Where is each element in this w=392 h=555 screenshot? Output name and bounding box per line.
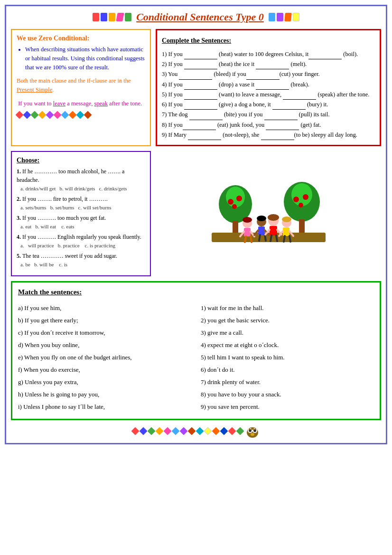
choose-box: Choose: 1. If he ………… too much alcohol, … [11,151,151,276]
choose-item-2: 2. If you …….. fire to petrol, it ………. a… [17,195,145,212]
match-right-item: 2) you get the basic service. [201,314,374,327]
choose-item-4: 4. If you ………. English regularly you spe… [17,233,145,250]
match-box: Match the sentences: a) If you see him, … [11,281,381,420]
book-icon [277,13,283,21]
diamond-icon [31,111,39,119]
svg-point-26 [257,216,266,221]
book-icon [293,13,299,21]
footer-diamond [140,427,148,435]
complete-sentences-box: Complete the Sentences: 1) If you (heat)… [156,29,381,146]
info-list: When describing situations which have au… [25,45,145,72]
match-left-item: i) Unless I phone to say I´ll be late, [18,401,191,413]
footer-diamond [156,427,164,435]
footer-diamond [236,427,244,435]
footer-diamond [148,427,156,435]
svg-line-18 [251,236,252,242]
book-icon [93,13,99,21]
match-left-item: c) If you don´t receive it tomorrow, [18,327,191,339]
example-sentence: If you want to leave a message, speak af… [17,99,145,108]
choose-options-4: a. will practice b. practice c. is pract… [20,243,115,248]
svg-point-19 [243,217,252,223]
diamond-icon [69,111,77,119]
choose-item-3: 3. If you ………. too much you get fat. a. … [17,214,145,231]
svg-line-32 [276,235,277,241]
footer [11,424,381,438]
svg-line-31 [271,235,271,241]
complete-sentences-title: Complete the Sentences: [162,35,375,47]
svg-point-9 [293,197,299,202]
diamond-icon [23,111,31,119]
page-title: Conditional Sentences Type 0 [136,11,264,23]
match-right-column: 1) wait for me in the hall. 2) you get t… [201,302,374,413]
footer-diamond [204,427,212,435]
sentence-9: 9) If Mary (not-sleep), she (to be) slee… [162,130,375,140]
svg-rect-1 [233,221,238,233]
diamond-icon [54,111,62,119]
footer-diamond [228,427,236,435]
footer-diamond [172,427,180,435]
match-left-column: a) If you see him, b) If you get there e… [18,302,191,413]
svg-line-24 [259,235,260,241]
book-icon [125,13,131,21]
book-icons-right [269,13,299,21]
choose-options-2: a. sets/burns b. set/burns c. will set/b… [20,205,112,210]
title-row: Conditional Sentences Type 0 [11,11,381,23]
sentence-3: 3) You (bleed) if you(cut) your finger. [162,69,375,79]
choose-options-1: a. drinks/will get b. will drink/gets c.… [20,186,127,191]
svg-point-3 [228,199,233,205]
match-right-item: 1) wait for me in the hall. [201,302,374,314]
book-icon [116,13,124,21]
diamond-icon [76,111,84,119]
svg-point-5 [232,204,237,209]
footer-diamond [131,427,140,435]
top-row: We use Zero Conditional: When describing… [11,29,381,146]
diamond-icon [46,111,54,119]
diamond-icon [84,111,92,119]
kids-illustration [212,166,326,261]
svg-point-4 [236,196,242,201]
choose-options-5: a. be b. will be c. is [20,262,67,267]
svg-line-17 [245,236,246,242]
book-icon [269,13,275,21]
match-title: Match the sentences: [18,288,374,296]
info-box: We use Zero Conditional: When describing… [11,29,151,146]
match-right-item: 7) drink plenty of water. [201,376,374,388]
choose-item-1: 1. If he ………… too much alcohol, he ……. a… [17,167,145,193]
svg-rect-14 [244,228,251,236]
example-text: If you want to leave a message, speak af… [17,100,142,107]
sentence-6: 6) If you (give) a dog a bone, it (bury)… [162,100,375,110]
footer-diamond [188,427,196,435]
footer-diamond [180,427,188,435]
footer-diamond [196,427,204,435]
image-area [156,151,381,276]
sentence-8: 8) If you (eat) junk food, you (get) fat… [162,120,375,130]
match-right-item: 6) don´t do it. [201,364,374,376]
svg-point-33 [268,214,279,221]
page-wrapper: Conditional Sentences Type 0 We use Zero… [5,5,387,444]
match-right-item: 9) you save ten percent. [201,401,374,413]
svg-point-2 [226,187,245,207]
footer-diamond [220,427,228,435]
footer-diamond [164,427,172,435]
match-left-item: e) When you fly on one of the budget air… [18,351,191,364]
match-left-item: d) When you buy online, [18,339,191,351]
svg-line-39 [289,236,290,242]
match-left-item: a) If you see him, [18,302,191,314]
match-right-item: 4) expect me at eight o o´clock. [201,339,374,351]
sentence-4: 4) If you (drop) a vase it (break). [162,80,375,90]
diamond-icon [16,111,24,119]
svg-point-8 [291,183,312,206]
sentence-7: 7) The dog (bite) you if you (pull) its … [162,110,375,120]
match-left-item: f) When you do exercise, [18,364,191,376]
book-icons-left [93,13,131,21]
clause-note-text: Both the main clause and the if-clause a… [17,77,131,93]
match-left-item: g) Unless you pay extra, [18,376,191,388]
sentence-2: 2) If you (heat) the ice it (melt). [162,59,375,69]
book-icon [109,13,115,21]
svg-rect-35 [283,227,289,236]
match-left-item: h) Unless he is going to pay you, [18,388,191,401]
svg-point-40 [282,216,291,222]
svg-line-25 [265,235,266,241]
match-right-item: 5) tell him I want to speak to him. [201,351,374,364]
sentence-1: 1) If you (heat) water to 100 degrees Ce… [162,49,375,59]
